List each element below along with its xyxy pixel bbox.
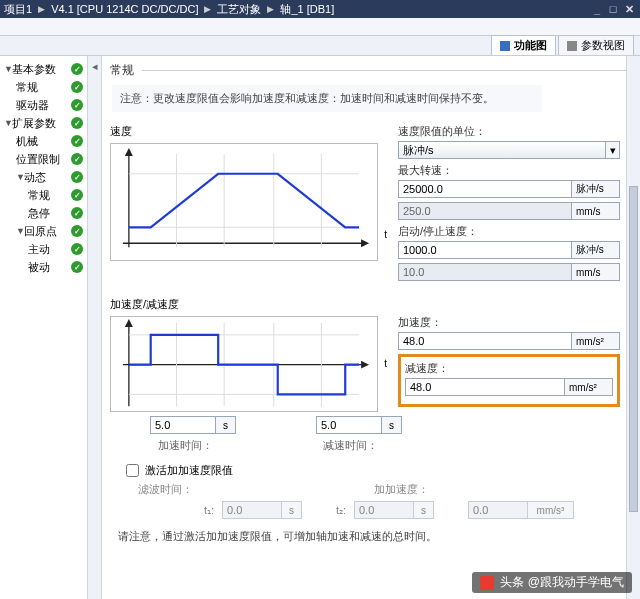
unit-label: mm/s [572,263,620,281]
unit-label: 脉冲/s [572,180,620,198]
tree-item-pos-limits[interactable]: 位置限制✓ [2,150,85,168]
status-ok-icon: ✓ [71,207,83,219]
info-note: 注意：更改速度限值会影响加速度和减速度：加速时间和减速时间保持不变。 [112,85,542,112]
status-ok-icon: ✓ [71,189,83,201]
max-speed-label: 最大转速： [398,163,620,178]
tree-item-homing-passive[interactable]: 被动✓ [2,258,85,276]
scrollbar-thumb[interactable] [629,186,638,512]
tab-label: 功能图 [514,38,547,53]
startstop-speed-label: 启动/停止速度： [398,224,620,239]
unit-label: s [282,501,302,519]
status-ok-icon: ✓ [71,135,83,147]
t1-input [222,501,282,519]
t1-label: t₁: [204,504,222,517]
decel-label: 减速度： [405,361,613,376]
svg-marker-13 [361,361,369,369]
unit-label: s [414,501,434,519]
decel-input[interactable] [405,378,565,396]
nav-tree[interactable]: ▼基本参数✓ 常规✓ 驱动器✓ ▼扩展参数✓ 机械✓ 位置限制✓ ▼动态✓ 常规… [0,56,88,599]
watermark-logo-icon [480,576,494,590]
startstop-speed-input[interactable] [398,241,572,259]
restore-button[interactable]: □ [606,3,620,16]
accel-input[interactable] [398,332,572,350]
decel-time-input[interactable] [316,416,382,434]
max-speed-input[interactable] [398,180,572,198]
unit-label: mm/s³ [528,501,574,519]
status-ok-icon: ✓ [71,225,83,237]
status-ok-icon: ✓ [71,81,83,93]
jerk-value-label: 加加速度： [374,482,429,497]
axis-t-label: t [384,358,387,369]
tree-item-homing-active[interactable]: 主动✓ [2,240,85,258]
vertical-scrollbar[interactable] [626,56,640,599]
t2-input [354,501,414,519]
status-ok-icon: ✓ [71,63,83,75]
status-ok-icon: ✓ [71,99,83,111]
speed-graph-label: 速度 [110,124,380,139]
breadcrumb: 项目1▶ V4.1 [CPU 1214C DC/DC/DC]▶ 工艺对象▶ 轴_… [4,2,590,17]
tree-item-drive[interactable]: 驱动器✓ [2,96,85,114]
minimize-button[interactable]: _ [590,3,604,16]
content-area: 常规 注意：更改速度限值会影响加速度和减速度：加速时间和减速时间保持不变。 速度 [102,56,640,599]
close-button[interactable]: ✕ [622,3,636,16]
breadcrumb-item[interactable]: 项目1 [4,2,32,17]
svg-marker-1 [125,148,133,156]
unit-label: s [216,416,236,434]
tree-item-dyn-estop[interactable]: 急停✓ [2,204,85,222]
unit-label: mm/s [572,202,620,220]
breadcrumb-item[interactable]: 轴_1 [DB1] [280,2,334,17]
section-header: 常规 [110,62,632,79]
unit-label: mm/s² [565,378,613,396]
view-tabs: 功能图 参数视图 [0,36,640,56]
status-ok-icon: ✓ [71,261,83,273]
watermark: 头条 @跟我动手学电气 [472,572,632,593]
enable-jerk-checkbox[interactable] [126,464,139,477]
bottom-note: 请注意，通过激活加加速度限值，可增加轴加速和减速的总时间。 [118,529,632,544]
speed-unit-label: 速度限值的单位： [398,124,620,139]
unit-label: 脉冲/s [572,241,620,259]
tree-item-mechanics[interactable]: 机械✓ [2,132,85,150]
breadcrumb-item[interactable]: V4.1 [CPU 1214C DC/DC/DC] [51,3,198,15]
toolbar [0,18,640,36]
filter-time-label: 滤波时间： [138,482,194,497]
tree-item-general[interactable]: 常规✓ [2,78,85,96]
decel-time-label: 减速时间： [323,438,378,453]
speed-unit-select[interactable]: 脉冲/s [398,141,606,159]
tab-parameter-view[interactable]: 参数视图 [558,35,634,55]
svg-marker-3 [361,240,369,248]
tree-item-ext-params[interactable]: ▼扩展参数✓ [2,114,85,132]
decel-highlight: 减速度： mm/s² [398,354,620,407]
axis-t-label: t [384,229,387,240]
tree-item-dynamics[interactable]: ▼动态✓ [2,168,85,186]
accel-time-input[interactable] [150,416,216,434]
unit-label: mm/s² [572,332,620,350]
accel-label: 加速度： [398,315,620,330]
unit-label: s [382,416,402,434]
startstop-speed-mm-input [398,263,572,281]
accel-time-label: 加速时间： [158,438,213,453]
speed-graph: t [110,143,378,261]
function-view-icon [500,41,510,51]
svg-marker-11 [125,319,133,327]
jerk-input [468,501,528,519]
status-ok-icon: ✓ [71,117,83,129]
status-ok-icon: ✓ [71,243,83,255]
tree-item-basic-params[interactable]: ▼基本参数✓ [2,60,85,78]
max-speed-mm-input [398,202,572,220]
status-ok-icon: ✓ [71,153,83,165]
accel-graph: t [110,316,378,412]
tab-label: 参数视图 [581,38,625,53]
parameter-view-icon [567,41,577,51]
t2-label: t₂: [336,504,354,517]
tree-collapse-handle[interactable]: ◂ [88,56,102,599]
tab-function-view[interactable]: 功能图 [491,35,556,55]
accel-graph-label: 加速度/减速度 [110,297,380,312]
tree-item-dyn-general[interactable]: 常规✓ [2,186,85,204]
enable-jerk-label: 激活加加速度限值 [145,463,233,478]
breadcrumb-item[interactable]: 工艺对象 [217,2,261,17]
title-bar: 项目1▶ V4.1 [CPU 1214C DC/DC/DC]▶ 工艺对象▶ 轴_… [0,0,640,18]
status-ok-icon: ✓ [71,171,83,183]
tree-item-homing[interactable]: ▼回原点✓ [2,222,85,240]
